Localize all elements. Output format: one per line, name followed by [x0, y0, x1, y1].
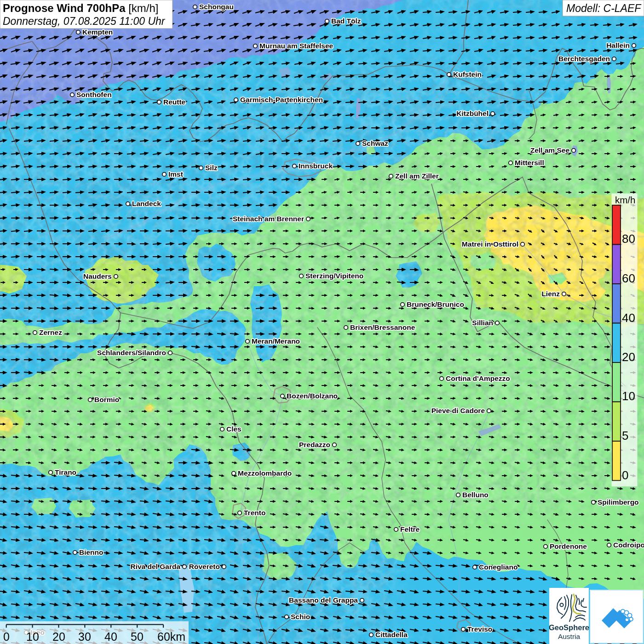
svg-text:Schongau: Schongau: [199, 3, 234, 11]
svg-text:0: 0: [622, 468, 628, 482]
svg-text:20: 20: [52, 630, 65, 643]
svg-text:Trento: Trento: [244, 509, 265, 517]
svg-text:GeoSphere: GeoSphere: [549, 623, 589, 632]
svg-text:0: 0: [3, 630, 10, 643]
svg-text:Imst: Imst: [168, 170, 183, 178]
svg-text:Steinach am Brenner: Steinach am Brenner: [233, 215, 304, 223]
svg-text:Mezzolombardo: Mezzolombardo: [238, 469, 292, 477]
svg-text:Lienz: Lienz: [541, 290, 560, 298]
svg-text:Austria: Austria: [558, 632, 581, 640]
svg-text:Pieve di Cadore: Pieve di Cadore: [431, 407, 485, 414]
svg-text:50: 50: [131, 630, 144, 643]
svg-text:Schio: Schio: [291, 613, 310, 621]
svg-text:Bassano del Grappa: Bassano del Grappa: [289, 596, 358, 604]
svg-text:Bad Tölz: Bad Tölz: [331, 17, 361, 25]
svg-text:60km: 60km: [157, 630, 185, 643]
svg-text:40: 40: [104, 630, 117, 643]
svg-text:Schlanders/Silandro: Schlanders/Silandro: [97, 349, 166, 356]
svg-text:Cittadella: Cittadella: [375, 631, 408, 638]
svg-text:Riva del Garda: Riva del Garda: [130, 563, 180, 570]
svg-text:Bormio: Bormio: [94, 396, 119, 403]
svg-text:Predazzo: Predazzo: [299, 441, 330, 448]
svg-text:Rovereto: Rovereto: [189, 563, 220, 570]
svg-text:40: 40: [622, 311, 635, 325]
svg-text:60: 60: [622, 271, 635, 285]
svg-text:Codroipo: Codroipo: [613, 541, 644, 549]
svg-text:Cortina d'Ampezzo: Cortina d'Ampezzo: [446, 374, 510, 382]
svg-text:Cles: Cles: [226, 425, 242, 433]
svg-text:Bruneck/Brunico: Bruneck/Brunico: [407, 300, 464, 308]
svg-text:80: 80: [622, 232, 635, 246]
svg-text:Belluno: Belluno: [462, 491, 489, 499]
svg-text:10: 10: [26, 630, 39, 643]
svg-text:Silz: Silz: [205, 164, 218, 172]
svg-text:30: 30: [78, 630, 91, 643]
svg-text:Zell am Ziller: Zell am Ziller: [395, 172, 439, 180]
svg-text:Sonthofen: Sonthofen: [76, 91, 112, 98]
svg-text:Bienno: Bienno: [79, 548, 104, 556]
svg-text:Conegliano: Conegliano: [479, 563, 518, 571]
svg-text:Tirano: Tirano: [55, 468, 76, 476]
svg-text:Matrei in Osttirol: Matrei in Osttirol: [462, 240, 518, 248]
svg-text:Garmisch-Partenkirchen: Garmisch-Partenkirchen: [240, 96, 323, 104]
svg-text:Kitzbühel: Kitzbühel: [456, 109, 489, 117]
svg-text:Donnerstag, 07.08.2025 11:00 U: Donnerstag, 07.08.2025 11:00 Uhr: [3, 15, 166, 27]
svg-text:Prognose Wind 700hPa [km/h]: Prognose Wind 700hPa [km/h]: [3, 2, 159, 14]
svg-text:Murnau am Staffelsee: Murnau am Staffelsee: [259, 42, 334, 50]
svg-text:Zernez: Zernez: [39, 328, 62, 336]
svg-text:Reutte: Reutte: [163, 98, 186, 106]
svg-text:5: 5: [622, 429, 628, 443]
svg-text:Nauders: Nauders: [83, 272, 112, 280]
svg-text:Pordenone: Pordenone: [550, 542, 587, 550]
svg-text:Brixen/Bressanone: Brixen/Bressanone: [350, 323, 415, 331]
svg-text:Feltre: Feltre: [400, 525, 420, 533]
svg-text:Zell am See: Zell am See: [530, 146, 570, 154]
svg-text:Bozen/Bolzano: Bozen/Bolzano: [287, 392, 338, 400]
svg-text:km/h: km/h: [615, 195, 635, 205]
svg-text:Treviso: Treviso: [467, 625, 492, 633]
svg-text:Landeck: Landeck: [132, 200, 161, 207]
svg-text:Innsbruck: Innsbruck: [299, 162, 333, 170]
svg-text:Berchtesgaden: Berchtesgaden: [558, 55, 610, 63]
svg-text:Hallein: Hallein: [606, 41, 630, 49]
svg-text:20: 20: [622, 350, 635, 364]
svg-text:Meran/Merano: Meran/Merano: [252, 337, 300, 345]
svg-text:Sillian: Sillian: [472, 319, 493, 327]
svg-text:Modell: C-LAEF: Modell: C-LAEF: [566, 2, 642, 14]
svg-text:Spilimbergo: Spilimbergo: [598, 498, 639, 506]
svg-text:Kempten: Kempten: [82, 28, 113, 36]
svg-text:Kufstein: Kufstein: [453, 70, 482, 78]
svg-text:Mittersill: Mittersill: [515, 159, 544, 167]
svg-text:Schwaz: Schwaz: [362, 139, 388, 147]
svg-text:10: 10: [622, 389, 635, 403]
svg-text:Sterzing/Vipiteno: Sterzing/Vipiteno: [305, 272, 363, 280]
